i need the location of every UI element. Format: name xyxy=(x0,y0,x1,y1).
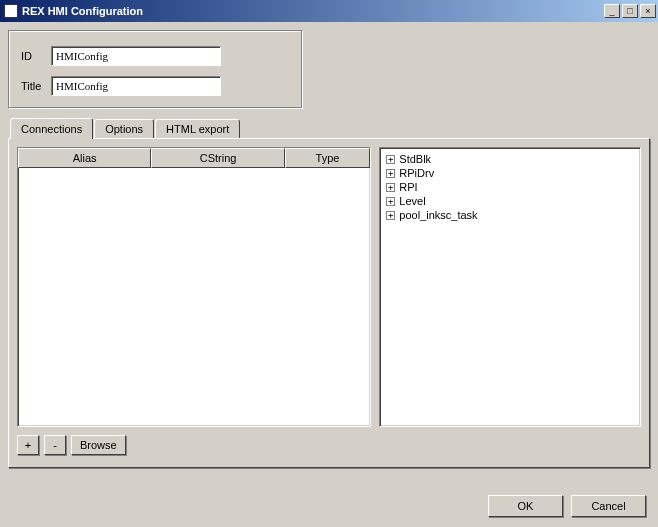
tab-options[interactable]: Options xyxy=(94,119,154,138)
toolbar-row: + - Browse xyxy=(17,435,641,455)
cancel-button[interactable]: Cancel xyxy=(571,495,646,517)
tree-label: pool_inksc_task xyxy=(399,209,477,221)
maximize-button[interactable]: □ xyxy=(622,4,638,18)
expand-icon[interactable]: + xyxy=(386,183,395,192)
id-field[interactable] xyxy=(51,46,221,66)
tree-item-rpi[interactable]: + RPI xyxy=(384,180,636,194)
tab-strip: Connections Options HTML export xyxy=(10,119,650,138)
block-tree[interactable]: + StdBlk + RPiDrv + RPI + Level xyxy=(379,147,641,427)
tree-label: RPiDrv xyxy=(399,167,434,179)
expand-icon[interactable]: + xyxy=(386,197,395,206)
remove-button[interactable]: - xyxy=(44,435,66,455)
title-field[interactable] xyxy=(51,76,221,96)
expand-icon[interactable]: + xyxy=(386,211,395,220)
col-alias[interactable]: Alias xyxy=(18,148,151,168)
col-cstring[interactable]: CString xyxy=(151,148,284,168)
expand-icon[interactable]: + xyxy=(386,169,395,178)
connections-table[interactable]: Alias CString Type xyxy=(17,147,371,427)
info-group: ID Title xyxy=(8,30,303,109)
close-button[interactable]: × xyxy=(640,4,656,18)
window-title: REX HMI Configuration xyxy=(22,5,602,17)
app-icon xyxy=(4,4,18,18)
tree-item-stdblk[interactable]: + StdBlk xyxy=(384,152,636,166)
tree-label: StdBlk xyxy=(399,153,431,165)
tab-panel-connections: Alias CString Type + StdBlk + RPiDrv xyxy=(8,138,650,468)
client-area: ID Title Connections Options HTML export… xyxy=(0,22,658,527)
tab-html-export[interactable]: HTML export xyxy=(155,119,240,138)
expand-icon[interactable]: + xyxy=(386,155,395,164)
tree-label: RPI xyxy=(399,181,417,193)
col-type[interactable]: Type xyxy=(285,148,371,168)
tree-item-rpidrv[interactable]: + RPiDrv xyxy=(384,166,636,180)
tree-label: Level xyxy=(399,195,425,207)
minimize-button[interactable]: _ xyxy=(604,4,620,18)
tree-item-level[interactable]: + Level xyxy=(384,194,636,208)
titlebar: REX HMI Configuration _ □ × xyxy=(0,0,658,22)
id-label: ID xyxy=(21,50,51,62)
table-header-row: Alias CString Type xyxy=(18,148,370,168)
tree-item-pool-inksc-task[interactable]: + pool_inksc_task xyxy=(384,208,636,222)
dialog-buttons: OK Cancel xyxy=(488,495,646,517)
ok-button[interactable]: OK xyxy=(488,495,563,517)
tabs-area: Connections Options HTML export Alias CS… xyxy=(8,119,650,468)
add-button[interactable]: + xyxy=(17,435,39,455)
browse-button[interactable]: Browse xyxy=(71,435,126,455)
title-label: Title xyxy=(21,80,51,92)
tab-connections[interactable]: Connections xyxy=(10,118,93,139)
